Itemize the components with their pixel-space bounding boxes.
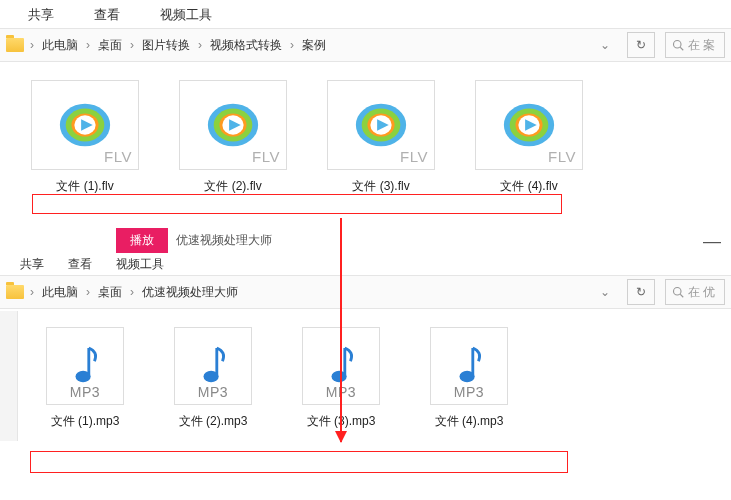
file-item[interactable]: FLV 文件 (3).flv — [321, 80, 441, 195]
tab-video-tools[interactable]: 视频工具 — [116, 256, 164, 273]
chevron-icon: › — [28, 285, 36, 299]
ext-label: FLV — [104, 148, 132, 165]
ext-label: MP3 — [326, 384, 356, 400]
filename: 文件 (2).mp3 — [168, 409, 258, 430]
minimize-button[interactable]: — — [703, 231, 721, 252]
file-item[interactable]: MP3 文件 (1).mp3 — [40, 327, 130, 430]
file-thumbnail: MP3 — [302, 327, 380, 405]
ext-label: MP3 — [198, 384, 228, 400]
crumb[interactable]: 桌面 — [94, 282, 126, 303]
filename: 文件 (1).flv — [25, 174, 145, 195]
file-thumbnail: FLV — [179, 80, 287, 170]
filename: 文件 (4).flv — [469, 174, 589, 195]
ribbon-tabs: 共享 查看 视频工具 — [0, 253, 731, 275]
file-thumbnail: MP3 — [430, 327, 508, 405]
crumb[interactable]: 视频格式转换 — [206, 35, 286, 56]
filename: 文件 (3).mp3 — [296, 409, 386, 430]
ribbon-tabs: 共享 查看 视频工具 — [0, 0, 731, 28]
annotation-box — [30, 451, 568, 473]
search-icon — [672, 286, 684, 298]
file-thumbnail: FLV — [31, 80, 139, 170]
chevron-icon: › — [196, 38, 204, 52]
tab-play[interactable]: 播放 — [116, 228, 168, 253]
chevron-icon: › — [84, 285, 92, 299]
explorer-window-bottom: 播放 优速视频处理大师 共享 查看 视频工具 — › 此电脑 › 桌面 › 优速… — [0, 225, 731, 440]
address-toolbar: › 此电脑 › 桌面 › 图片转换 › 视频格式转换 › 案例 ⌄ ↻ 在 案 — [0, 28, 731, 62]
filename: 文件 (2).flv — [173, 174, 293, 195]
crumb[interactable]: 案例 — [298, 35, 330, 56]
file-thumbnail: FLV — [475, 80, 583, 170]
breadcrumb[interactable]: › 此电脑 › 桌面 › 优速视频处理大师 — [28, 282, 589, 303]
chevron-icon: › — [84, 38, 92, 52]
video-play-icon — [352, 101, 410, 149]
file-thumbnail: MP3 — [174, 327, 252, 405]
ribbon-special-row: 播放 优速视频处理大师 — [0, 225, 731, 253]
tab-view[interactable]: 查看 — [68, 256, 92, 273]
ext-label: FLV — [548, 148, 576, 165]
chevron-icon: › — [28, 38, 36, 52]
ext-label: MP3 — [454, 384, 484, 400]
file-grid: FLV 文件 (1).flv FLV 文件 (2).flv FLV 文件 (3)… — [0, 62, 731, 213]
video-play-icon — [500, 101, 558, 149]
filename: 文件 (4).mp3 — [424, 409, 514, 430]
chevron-icon: › — [128, 38, 136, 52]
music-note-icon — [194, 342, 232, 390]
search-input[interactable]: 在 优 — [665, 279, 725, 305]
breadcrumb[interactable]: › 此电脑 › 桌面 › 图片转换 › 视频格式转换 › 案例 — [28, 35, 589, 56]
folder-icon — [6, 285, 24, 299]
music-note-icon — [322, 342, 360, 390]
svg-line-19 — [680, 294, 683, 297]
video-play-icon — [56, 101, 114, 149]
music-note-icon — [450, 342, 488, 390]
filename: 文件 (3).flv — [321, 174, 441, 195]
file-thumbnail: MP3 — [46, 327, 124, 405]
svg-line-1 — [680, 47, 683, 50]
file-item[interactable]: MP3 文件 (4).mp3 — [424, 327, 514, 430]
tab-view[interactable]: 查看 — [86, 2, 128, 28]
ext-label: FLV — [400, 148, 428, 165]
tab-video-tools[interactable]: 视频工具 — [152, 2, 220, 28]
tab-share[interactable]: 共享 — [20, 2, 62, 28]
file-item[interactable]: MP3 文件 (2).mp3 — [168, 327, 258, 430]
svg-point-0 — [674, 41, 682, 49]
file-item[interactable]: FLV 文件 (2).flv — [173, 80, 293, 195]
chevron-icon: › — [128, 285, 136, 299]
folder-icon — [6, 38, 24, 52]
svg-point-22 — [332, 371, 347, 382]
file-item[interactable]: MP3 文件 (3).mp3 — [296, 327, 386, 430]
filename: 文件 (1).mp3 — [40, 409, 130, 430]
crumb[interactable]: 桌面 — [94, 35, 126, 56]
crumb[interactable]: 此电脑 — [38, 282, 82, 303]
dropdown-icon[interactable]: ⌄ — [593, 33, 617, 57]
crumb[interactable]: 此电脑 — [38, 35, 82, 56]
dropdown-icon[interactable]: ⌄ — [593, 280, 617, 304]
ext-label: MP3 — [70, 384, 100, 400]
chevron-icon: › — [288, 38, 296, 52]
crumb[interactable]: 优速视频处理大师 — [138, 282, 242, 303]
search-placeholder: 在 案 — [688, 37, 715, 54]
tab-app-label[interactable]: 优速视频处理大师 — [168, 228, 280, 253]
nav-pane-strip — [0, 311, 18, 441]
crumb[interactable]: 图片转换 — [138, 35, 194, 56]
refresh-button[interactable]: ↻ — [627, 32, 655, 58]
refresh-button[interactable]: ↻ — [627, 279, 655, 305]
svg-point-20 — [76, 371, 91, 382]
search-icon — [672, 39, 684, 51]
svg-point-23 — [460, 371, 475, 382]
ext-label: FLV — [252, 148, 280, 165]
file-grid: MP3 文件 (1).mp3 MP3 文件 (2).mp3 MP3 文件 (3)… — [0, 309, 731, 440]
search-placeholder: 在 优 — [688, 284, 715, 301]
file-thumbnail: FLV — [327, 80, 435, 170]
explorer-window-top: 共享 查看 视频工具 › 此电脑 › 桌面 › 图片转换 › 视频格式转换 › … — [0, 0, 731, 213]
search-input[interactable]: 在 案 — [665, 32, 725, 58]
file-item[interactable]: FLV 文件 (1).flv — [25, 80, 145, 195]
tab-share[interactable]: 共享 — [20, 256, 44, 273]
file-item[interactable]: FLV 文件 (4).flv — [469, 80, 589, 195]
address-toolbar: › 此电脑 › 桌面 › 优速视频处理大师 ⌄ ↻ 在 优 — [0, 275, 731, 309]
svg-point-18 — [674, 288, 682, 296]
svg-point-21 — [204, 371, 219, 382]
video-play-icon — [204, 101, 262, 149]
music-note-icon — [66, 342, 104, 390]
